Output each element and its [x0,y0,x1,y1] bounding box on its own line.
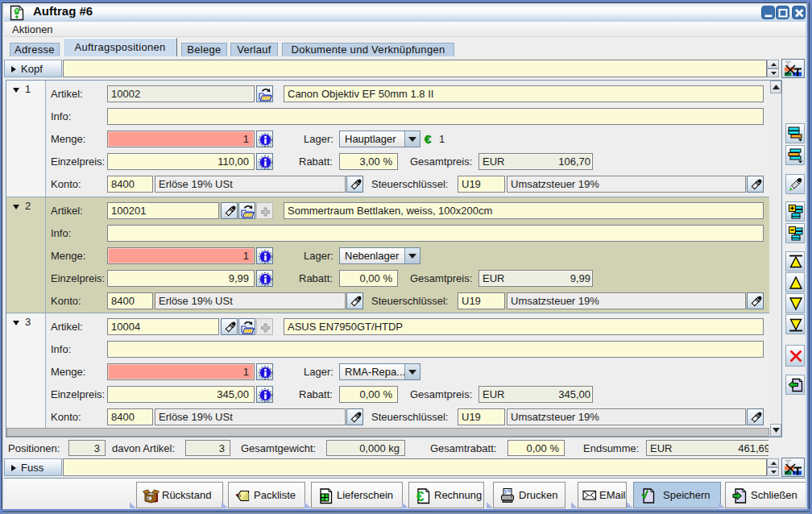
svg-text:€: € [416,489,425,504]
